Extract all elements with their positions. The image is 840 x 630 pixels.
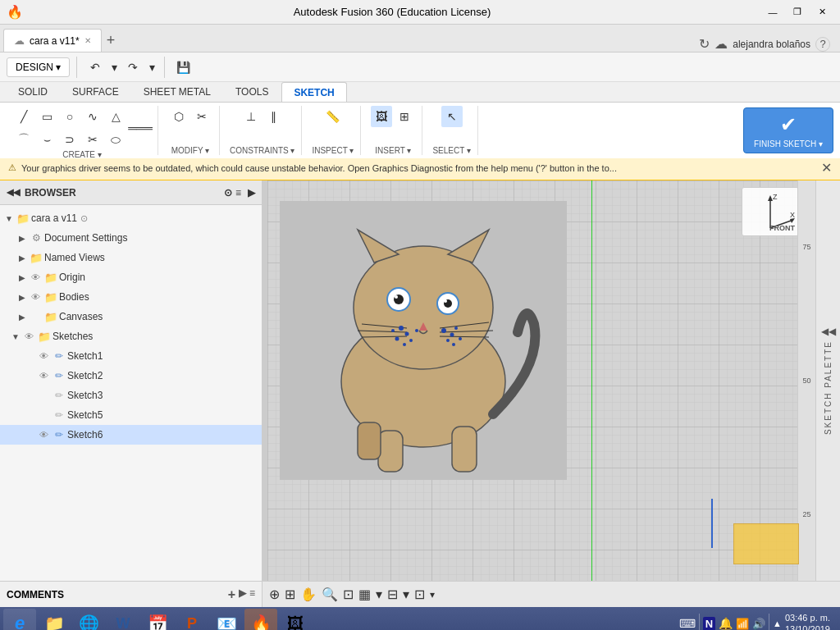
- taskbar-mail-button[interactable]: 📧: [210, 609, 243, 630]
- redo-dropdown[interactable]: ▾: [146, 57, 158, 78]
- undo-button[interactable]: ↶: [84, 57, 107, 78]
- taskbar-photos-button[interactable]: 🖼: [279, 609, 312, 630]
- tree-item-sketch6[interactable]: 👁 ✏ Sketch6: [0, 425, 262, 445]
- tree-item-doc-settings[interactable]: ▶ ⚙ Document Settings: [0, 228, 262, 248]
- tab-solid[interactable]: SOLID: [7, 82, 59, 102]
- status-display-a-icon[interactable]: ▦: [358, 587, 371, 602]
- tree-arrow-canvases[interactable]: ▶: [16, 311, 28, 322]
- tree-arrow-sketches[interactable]: ▼: [10, 331, 21, 342]
- document-tab[interactable]: ☁ cara a v11* ✕: [3, 29, 102, 52]
- comments-expand-icon[interactable]: ▶: [239, 587, 246, 602]
- constraint-a-button[interactable]: ⊥: [240, 106, 262, 127]
- tab-tools[interactable]: TOOLS: [224, 82, 280, 102]
- tree-item-sketch2[interactable]: 👁 ✏ Sketch2: [0, 366, 262, 386]
- tree-item-sketch1[interactable]: 👁 ✏ Sketch1: [0, 346, 262, 366]
- status-fit-icon[interactable]: ⊡: [343, 587, 354, 602]
- taskbar-explorer-button[interactable]: 📁: [38, 609, 71, 630]
- arc-tool-button[interactable]: ⌒: [13, 129, 34, 150]
- clock-display[interactable]: 03:46 p. m. 13/10/2019: [785, 612, 830, 630]
- pattern-tool-button[interactable]: ═══: [130, 117, 151, 139]
- taskbar-word-button[interactable]: W: [107, 609, 139, 630]
- tree-item-sketch5[interactable]: 👁 ✏ Sketch5: [0, 405, 262, 425]
- bodies-visibility-icon[interactable]: 👁: [29, 290, 42, 304]
- taskbar-chrome-button[interactable]: 🌐: [72, 609, 105, 630]
- tree-arrow-root[interactable]: ▼: [3, 212, 15, 224]
- sketch-palette-arrow-icon[interactable]: ◀◀: [821, 326, 836, 337]
- tab-surface[interactable]: SURFACE: [61, 82, 130, 102]
- tray-up-arrow-icon[interactable]: ▲: [773, 619, 782, 628]
- tree-item-sketch3[interactable]: 👁 ✏ Sketch3: [0, 386, 262, 405]
- comments-menu-icon[interactable]: ≡: [249, 587, 255, 602]
- save-button[interactable]: 💾: [171, 57, 194, 78]
- close-button[interactable]: ✕: [810, 3, 833, 21]
- sketches-visibility-icon[interactable]: 👁: [22, 330, 35, 343]
- insert-b-button[interactable]: ⊞: [394, 106, 415, 127]
- status-display-b-icon[interactable]: ▾: [376, 587, 382, 602]
- warning-close-icon[interactable]: ✕: [821, 160, 832, 176]
- restore-button[interactable]: ❐: [786, 3, 809, 21]
- tab-sketch[interactable]: SKETCH: [281, 82, 346, 102]
- status-grid-icon[interactable]: ⊞: [285, 587, 295, 602]
- cloud-sync-icon[interactable]: ☁: [714, 36, 728, 52]
- trim-tool-button[interactable]: ✂: [82, 129, 103, 150]
- sketch2-visibility-icon[interactable]: 👁: [37, 369, 50, 382]
- constraint-b-button[interactable]: ∥: [263, 106, 285, 127]
- taskbar-ie-button[interactable]: e: [3, 609, 36, 630]
- inspect-button[interactable]: 📏: [322, 106, 344, 127]
- tree-item-canvases[interactable]: ▶ 👁 📁 Canvases: [0, 307, 262, 326]
- taskbar-ppt-button[interactable]: P: [176, 609, 208, 630]
- modify-a-button[interactable]: ⬡: [168, 106, 189, 127]
- status-layout-b-icon[interactable]: ▾: [403, 587, 409, 602]
- undo-dropdown[interactable]: ▾: [108, 57, 120, 78]
- tray-signal-icon[interactable]: 📶: [736, 618, 749, 630]
- tree-arrow-named-views[interactable]: ▶: [16, 252, 28, 263]
- line-tool-button[interactable]: ╱: [13, 106, 34, 127]
- tray-sound-icon[interactable]: 🔊: [752, 618, 765, 630]
- status-effects-arrow-icon[interactable]: ▾: [430, 589, 435, 600]
- tree-arrow-doc[interactable]: ▶: [16, 232, 28, 244]
- taskbar-calendar-button[interactable]: 📅: [141, 609, 174, 630]
- new-tab-button[interactable]: +: [102, 29, 121, 52]
- comments-add-icon[interactable]: +: [228, 587, 235, 602]
- tree-arrow-bodies[interactable]: ▶: [16, 291, 28, 303]
- design-dropdown-button[interactable]: DESIGN ▾: [7, 57, 70, 77]
- tab-close-icon[interactable]: ✕: [84, 36, 91, 45]
- status-pan-icon[interactable]: ✋: [300, 587, 317, 602]
- browser-close-icon[interactable]: ▶: [248, 187, 255, 199]
- sketch6-visibility-icon[interactable]: 👁: [37, 428, 50, 441]
- minimize-button[interactable]: —: [761, 3, 784, 21]
- tree-item-named-views[interactable]: ▶ 📁 Named Views: [0, 248, 262, 267]
- tree-item-sketches[interactable]: ▼ 👁 📁 Sketches: [0, 326, 262, 346]
- tree-item-bodies[interactable]: ▶ 👁 📁 Bodies: [0, 287, 262, 307]
- refresh-icon[interactable]: ↻: [699, 36, 710, 52]
- help-icon[interactable]: ?: [815, 37, 830, 52]
- ellipse-tool-button[interactable]: ⬭: [105, 129, 126, 150]
- tree-item-root[interactable]: ▼ 📁 cara a v11 ⊙: [0, 208, 262, 228]
- circle-tool-button[interactable]: ○: [59, 106, 80, 127]
- sketch1-visibility-icon[interactable]: 👁: [37, 349, 50, 363]
- taskbar-fusion-button[interactable]: 🔥: [244, 609, 277, 630]
- origin-visibility-icon[interactable]: 👁: [29, 271, 42, 284]
- tree-item-origin[interactable]: ▶ 👁 📁 Origin: [0, 267, 262, 287]
- browser-visibility-icon[interactable]: ⊙: [224, 187, 232, 199]
- status-cursor-icon[interactable]: ⊕: [269, 587, 280, 602]
- status-effects-icon[interactable]: ⊡: [414, 587, 425, 602]
- status-layout-a-icon[interactable]: ⊟: [387, 587, 398, 602]
- modify-b-button[interactable]: ✂: [191, 106, 212, 127]
- select-button[interactable]: ↖: [441, 106, 463, 127]
- keyboard-icon[interactable]: ⌨: [679, 617, 696, 630]
- canvas-area[interactable]: Z X FRONT 75 50 25 ◀◀ SKETCH PALETTE: [267, 180, 840, 581]
- fillet-tool-button[interactable]: ⌣: [36, 129, 57, 150]
- tab-sheet-metal[interactable]: SHEET METAL: [132, 82, 222, 102]
- rect-tool-button[interactable]: ▭: [36, 106, 57, 127]
- insert-a-button[interactable]: 🖼: [371, 106, 392, 127]
- offset-tool-button[interactable]: ⊃: [59, 129, 80, 150]
- browser-menu-icon[interactable]: ≡: [235, 187, 241, 199]
- browser-collapse-icon[interactable]: ◀◀: [7, 187, 20, 198]
- tree-arrow-origin[interactable]: ▶: [16, 272, 28, 283]
- status-zoom-icon[interactable]: 🔍: [322, 587, 338, 602]
- finish-sketch-button[interactable]: ✔ FINISH SKETCH ▾: [743, 107, 833, 153]
- tray-notify-icon[interactable]: 🔔: [719, 617, 733, 630]
- redo-button[interactable]: ↷: [121, 57, 144, 78]
- polygon-tool-button[interactable]: △: [105, 106, 126, 127]
